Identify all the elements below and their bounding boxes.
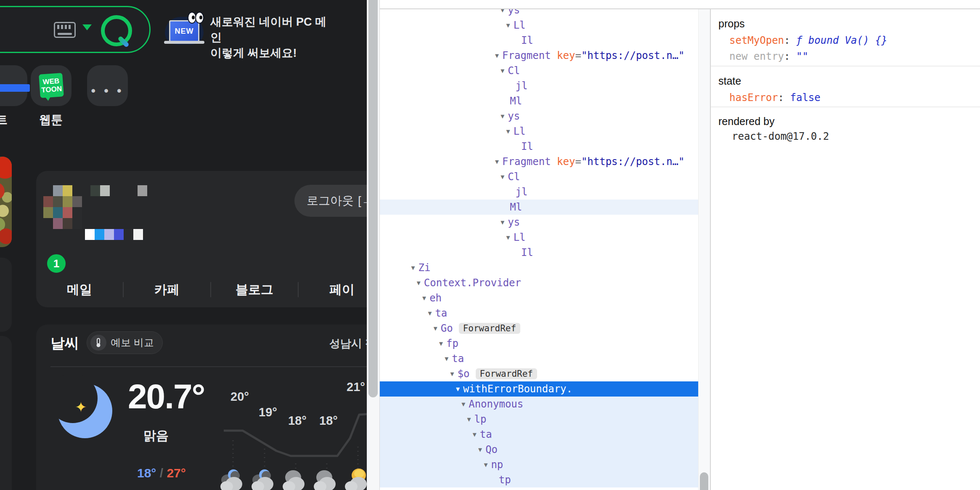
prop-row-hasError[interactable]: hasError: false bbox=[729, 92, 821, 104]
prop-row-setMyOpen[interactable]: setMyOpen: ƒ bound Va() {} bbox=[729, 35, 887, 46]
tree-row-Ll[interactable]: ▼Ll bbox=[380, 230, 698, 245]
tree-row-Ll[interactable]: ▼Ll bbox=[380, 124, 698, 139]
component-name: withErrorBoundary. bbox=[463, 383, 572, 395]
tree-row-Ll[interactable]: ▼Ll bbox=[380, 18, 698, 33]
tree-row-Cl[interactable]: ▼Cl bbox=[380, 169, 698, 184]
component-name: Zi bbox=[418, 262, 431, 274]
expand-arrow-icon[interactable]: ▼ bbox=[473, 431, 477, 438]
key-attribute: key bbox=[551, 156, 575, 168]
expand-arrow-icon[interactable]: ▼ bbox=[501, 112, 504, 120]
equals-sign: = bbox=[575, 156, 581, 168]
expand-arrow-icon[interactable]: ▼ bbox=[495, 158, 499, 165]
tree-row-ys[interactable]: ▼ys bbox=[380, 215, 698, 230]
promo-laptop-icon[interactable]: NEW bbox=[169, 20, 199, 42]
prop-value[interactable]: ƒ bound Va() {} bbox=[796, 35, 887, 46]
expand-arrow-icon[interactable]: ▼ bbox=[501, 173, 504, 181]
tree-row-Zi[interactable]: ▼Zi bbox=[380, 260, 698, 275]
component-name: Cl bbox=[508, 171, 520, 183]
promo-line2: 이렇게 써보세요! bbox=[210, 45, 336, 61]
keyboard-icon[interactable] bbox=[54, 22, 76, 38]
tree-scrollbar-track[interactable] bbox=[698, 8, 710, 490]
section-divider bbox=[711, 107, 980, 107]
prop-row-new-entry[interactable]: new entry: "" bbox=[729, 51, 808, 62]
expand-arrow-icon[interactable]: ▼ bbox=[439, 340, 443, 347]
page-scrollbar-thumb[interactable] bbox=[368, 0, 378, 397]
tree-row-lp[interactable]: ▼lp bbox=[380, 412, 698, 427]
logout-button[interactable]: 로그아웃 [→ bbox=[294, 185, 367, 217]
component-name: Fragment bbox=[502, 50, 551, 61]
thumbnail-roses[interactable] bbox=[0, 157, 12, 247]
tree-row-Go[interactable]: ▼GoForwardRef bbox=[380, 321, 698, 336]
tree-scrollbar-thumb[interactable] bbox=[700, 472, 708, 490]
mosaic-cell bbox=[72, 207, 82, 218]
front-cloud-icon bbox=[252, 481, 264, 490]
expand-arrow-icon[interactable]: ▼ bbox=[450, 370, 454, 378]
tree-row-Ml[interactable]: Ml bbox=[380, 200, 698, 215]
mosaic-cell bbox=[90, 185, 100, 196]
tree-row-Ml[interactable]: Ml bbox=[380, 93, 698, 109]
divider bbox=[50, 366, 367, 367]
tree-row-fp[interactable]: ▼fp bbox=[380, 336, 698, 351]
expand-arrow-icon[interactable]: ▼ bbox=[445, 355, 448, 362]
mosaic-cell bbox=[43, 196, 53, 207]
prop-value[interactable]: false bbox=[790, 92, 821, 104]
expand-arrow-icon[interactable]: ▼ bbox=[417, 279, 421, 287]
tree-row-Anonymous[interactable]: ▼Anonymous bbox=[380, 397, 698, 412]
weather-location[interactable]: 성남시 정자 bbox=[329, 336, 367, 351]
tree-row-Il[interactable]: Il bbox=[380, 33, 698, 48]
login-menu-item-1[interactable]: 메일 bbox=[36, 281, 123, 298]
component-name: ys bbox=[508, 216, 520, 228]
search-icon[interactable] bbox=[101, 15, 132, 46]
expand-arrow-icon[interactable]: ▼ bbox=[506, 128, 510, 135]
tree-row-o[interactable]: ▼$oForwardRef bbox=[380, 366, 698, 381]
promo-text[interactable]: 새로워진 네이버 PC 메인 이렇게 써보세요! bbox=[210, 14, 336, 61]
tree-row-np[interactable]: ▼np bbox=[380, 457, 698, 472]
tree-row-Il[interactable]: Il bbox=[380, 245, 698, 260]
expand-arrow-icon[interactable]: ▼ bbox=[434, 325, 437, 332]
tree-row-ta[interactable]: ▼ta bbox=[380, 351, 698, 366]
expand-arrow-icon[interactable]: ▼ bbox=[484, 461, 487, 469]
login-menu-item-4[interactable]: 페이 bbox=[299, 281, 367, 298]
tree-row-Fragment[interactable]: ▼Fragment key="https://post.n…" bbox=[380, 154, 698, 169]
expand-arrow-icon[interactable]: ▼ bbox=[506, 234, 510, 241]
tree-row-ta[interactable]: ▼ta bbox=[380, 306, 698, 321]
login-menu-item-2[interactable]: 카페 bbox=[124, 281, 210, 298]
tree-row-ContextProvider[interactable]: ▼Context.Provider bbox=[380, 275, 698, 290]
react-devtools-panel: ▼ys▼LlIl▼Fragment key="https://post.n…"▼… bbox=[379, 0, 980, 490]
strip-cell bbox=[104, 229, 114, 240]
shortcut-tile-more[interactable]: • • • bbox=[87, 65, 128, 106]
component-tree: ▼ys▼LlIl▼Fragment key="https://post.n…"▼… bbox=[380, 0, 698, 490]
expand-arrow-icon[interactable]: ▼ bbox=[428, 309, 432, 317]
expand-arrow-icon[interactable]: ▼ bbox=[422, 294, 426, 302]
mosaic-cell bbox=[72, 218, 82, 229]
expand-arrow-icon[interactable]: ▼ bbox=[461, 400, 465, 408]
expand-arrow-icon[interactable]: ▼ bbox=[495, 52, 499, 59]
prop-value[interactable]: "" bbox=[796, 51, 808, 62]
section-divider bbox=[711, 66, 980, 67]
tree-row-eh[interactable]: ▼eh bbox=[380, 290, 698, 306]
expand-arrow-icon[interactable]: ▼ bbox=[456, 385, 460, 393]
tree-row-jl[interactable]: jl bbox=[380, 184, 698, 200]
shortcut-tile-webtoon[interactable]: WEB TOON bbox=[31, 65, 72, 106]
expand-arrow-icon[interactable]: ▼ bbox=[501, 218, 504, 226]
tree-row-tp[interactable]: tp bbox=[380, 472, 698, 487]
expand-arrow-icon[interactable]: ▼ bbox=[501, 67, 504, 75]
key-value: "https://post.n…" bbox=[581, 50, 685, 61]
tree-row-ta[interactable]: ▼ta bbox=[380, 427, 698, 442]
expand-arrow-icon[interactable]: ▼ bbox=[478, 446, 482, 453]
login-menu-item-3[interactable]: 블로그 bbox=[211, 281, 298, 298]
expand-arrow-icon[interactable]: ▼ bbox=[467, 415, 471, 423]
chevron-down-icon[interactable] bbox=[82, 24, 92, 30]
tree-row-Fragment[interactable]: ▼Fragment key="https://post.n…" bbox=[380, 48, 698, 63]
tree-row-Qo[interactable]: ▼Qo bbox=[380, 442, 698, 457]
tree-row-ys[interactable]: ▼ys bbox=[380, 109, 698, 124]
tree-row-jl[interactable]: jl bbox=[380, 78, 698, 93]
expand-arrow-icon[interactable]: ▼ bbox=[411, 264, 415, 272]
shortcut-tile-partial[interactable] bbox=[0, 65, 27, 106]
tree-row-Cl[interactable]: ▼Cl bbox=[380, 63, 698, 78]
expand-arrow-icon[interactable]: ▼ bbox=[506, 21, 510, 29]
tree-row-Il[interactable]: Il bbox=[380, 139, 698, 154]
forecast-compare-button[interactable]: 예보 비교 bbox=[87, 331, 163, 354]
props-header: props bbox=[718, 18, 745, 30]
tree-row-withErrorBoundary[interactable]: ▼withErrorBoundary. bbox=[380, 381, 698, 397]
